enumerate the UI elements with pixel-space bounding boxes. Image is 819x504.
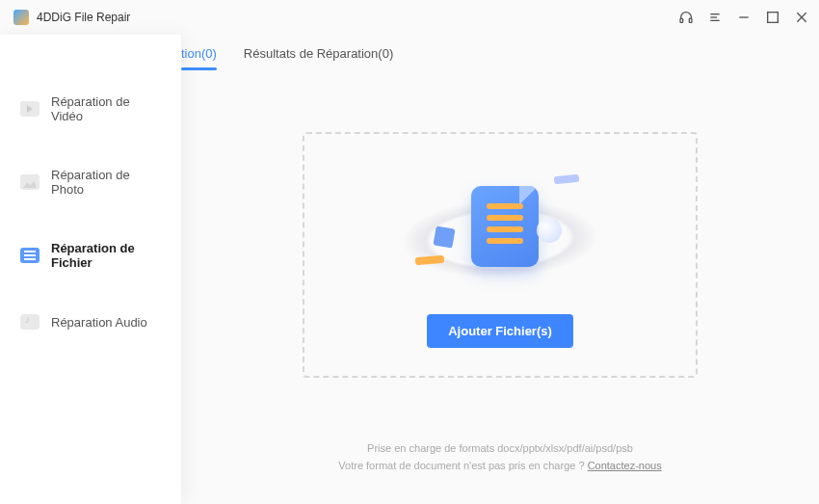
audio-icon bbox=[20, 314, 40, 330]
tab-preparation[interactable]: tion(0) bbox=[181, 40, 217, 70]
sidebar-item-label: Réparation de Vidéo bbox=[51, 94, 164, 123]
footer-hint: Prise en charge de formats docx/pptx/xls… bbox=[181, 439, 819, 504]
svg-rect-0 bbox=[680, 18, 683, 22]
sidebar: Réparation de Vidéo Réparation de Photo … bbox=[0, 35, 181, 504]
sidebar-item-file-repair[interactable]: Réparation de Fichier bbox=[0, 227, 181, 283]
close-icon[interactable] bbox=[794, 10, 809, 25]
file-dropzone[interactable]: Ajouter Fichier(s) bbox=[303, 132, 698, 378]
minimize-icon[interactable] bbox=[736, 10, 752, 25]
file-icon bbox=[20, 248, 40, 263]
app-body: Réparation de Vidéo Réparation de Photo … bbox=[0, 35, 819, 504]
svg-rect-1 bbox=[689, 18, 692, 22]
tabs: tion(0) Résultats de Réparation(0) bbox=[181, 40, 819, 71]
sidebar-item-label: Réparation de Photo bbox=[51, 168, 164, 197]
app-logo-icon bbox=[13, 10, 29, 25]
sidebar-item-audio-repair[interactable]: Réparation Audio bbox=[0, 301, 181, 343]
sidebar-item-label: Réparation Audio bbox=[51, 315, 147, 330]
dropzone-area: Ajouter Fichier(s) bbox=[181, 71, 819, 439]
menu-icon[interactable] bbox=[707, 10, 723, 25]
headphones-icon[interactable] bbox=[678, 10, 694, 25]
supported-formats-text: Prise en charge de formats docx/pptx/xls… bbox=[181, 439, 819, 458]
file-illustration-icon bbox=[394, 162, 606, 297]
svg-rect-6 bbox=[768, 13, 779, 23]
app-title: 4DDiG File Repair bbox=[37, 11, 130, 24]
contact-us-link[interactable]: Contactez-nous bbox=[588, 460, 662, 471]
sidebar-item-label: Réparation de Fichier bbox=[51, 241, 164, 270]
sidebar-item-video-repair[interactable]: Réparation de Vidéo bbox=[0, 81, 181, 137]
sidebar-item-photo-repair[interactable]: Réparation de Photo bbox=[0, 154, 181, 210]
photo-icon bbox=[20, 174, 40, 190]
add-files-button[interactable]: Ajouter Fichier(s) bbox=[427, 314, 573, 348]
maximize-icon[interactable] bbox=[765, 10, 780, 25]
main-content: tion(0) Résultats de Réparation(0) Ajout… bbox=[181, 35, 819, 504]
video-icon bbox=[20, 101, 40, 117]
window-controls bbox=[678, 10, 809, 25]
titlebar: 4DDiG File Repair bbox=[0, 0, 819, 35]
tab-label: Résultats de Réparation(0) bbox=[244, 46, 393, 61]
title-left: 4DDiG File Repair bbox=[13, 10, 130, 25]
tab-label: tion(0) bbox=[181, 46, 217, 61]
tab-repair-results[interactable]: Résultats de Réparation(0) bbox=[244, 40, 393, 70]
unsupported-format-text: Votre format de document n'est pas pris … bbox=[181, 457, 819, 475]
